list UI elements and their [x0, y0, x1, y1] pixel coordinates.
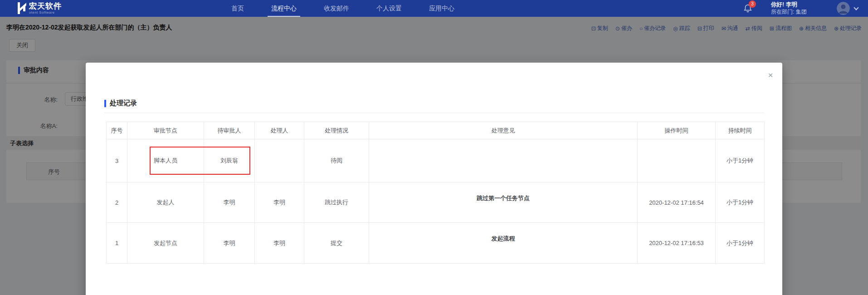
- table-header-row: 序号 审批节点 待审批人 处理人 处理情况 处理意见 操作时间 持续时间: [107, 122, 765, 139]
- cell-status: 提交: [304, 223, 369, 264]
- col-status: 处理情况: [304, 122, 369, 139]
- logo-title: 宏天软件: [29, 2, 62, 11]
- cell-status: 跳过执行: [304, 182, 369, 223]
- logo-subtitle: otent Software: [29, 11, 62, 15]
- cell-handler: [255, 139, 304, 182]
- col-node: 审批节点: [127, 122, 204, 139]
- process-record-table: 序号 审批节点 待审批人 处理人 处理情况 处理意见 操作时间 持续时间 3 脚…: [106, 122, 765, 264]
- highlight-annotation-box: [150, 147, 250, 175]
- cell-opinion: [369, 139, 638, 182]
- nav-item-home[interactable]: 首页: [226, 0, 249, 17]
- cell-status: 待阅: [304, 139, 369, 182]
- cell-seq: 3: [107, 139, 127, 182]
- col-opinion: 处理意见: [369, 122, 638, 139]
- user-department: 所在部门: 集团: [771, 8, 807, 16]
- col-seq: 序号: [107, 122, 127, 139]
- nav-item-mail[interactable]: 收发邮件: [318, 0, 355, 17]
- col-handler: 处理人: [255, 122, 304, 139]
- cell-duration: 小于1分钟: [716, 139, 765, 182]
- col-duration: 持续时间: [716, 122, 765, 139]
- table-row: 2 发起人 李明 李明 跳过执行 跳过第一个任务节点 2020-12-02 17…: [107, 182, 765, 223]
- nav-item-process-center[interactable]: 流程中心: [266, 0, 302, 17]
- modal-header: 处理记录: [104, 99, 137, 108]
- cell-duration: 小于1分钟: [716, 223, 765, 264]
- col-time: 操作时间: [638, 122, 716, 139]
- modal-title: 处理记录: [110, 99, 137, 108]
- cell-opinion: 跳过第一个任务节点: [369, 182, 638, 223]
- cell-duration: 小于1分钟: [716, 182, 765, 223]
- process-record-modal: × 处理记录 序号 审批节点 待审批人 处理人 处理情况 处理意见 操作时间 持…: [86, 63, 782, 295]
- cell-seq: 1: [107, 223, 127, 264]
- col-assignee: 待审批人: [204, 122, 255, 139]
- cell-time: 2020-12-02 17:16:53: [638, 223, 716, 264]
- nav-item-app-center[interactable]: 应用中心: [424, 0, 460, 17]
- cell-node: 发起人: [127, 182, 204, 223]
- chevron-down-icon[interactable]: [853, 5, 858, 10]
- cell-handler: 李明: [255, 182, 304, 223]
- modal-accent-bar: [104, 100, 106, 107]
- user-avatar[interactable]: [837, 2, 850, 15]
- hotent-logo-icon: [17, 2, 27, 15]
- user-info: 你好! 李明 所在部门: 集团: [771, 1, 807, 16]
- cell-handler: 李明: [255, 223, 304, 264]
- nav-item-personal-settings[interactable]: 个人设置: [371, 0, 407, 17]
- cell-node: 发起节点: [127, 223, 204, 264]
- user-greeting: 你好! 李明: [771, 1, 807, 8]
- modal-divider: [104, 113, 764, 113]
- cell-time: [638, 139, 716, 182]
- main-nav: 首页 流程中心 收发邮件 个人设置 应用中心: [226, 0, 476, 17]
- modal-close-icon[interactable]: ×: [765, 70, 776, 81]
- app-logo[interactable]: 宏天软件 otent Software: [17, 2, 62, 15]
- cell-opinion: 发起流程: [369, 223, 638, 264]
- cell-assignee: 李明: [204, 223, 255, 264]
- table-row: 1 发起节点 李明 李明 提交 发起流程 2020-12-02 17:16:53…: [107, 223, 765, 264]
- cell-seq: 2: [107, 182, 127, 223]
- cell-assignee: 李明: [204, 182, 255, 223]
- top-navbar: 宏天软件 otent Software 首页 流程中心 收发邮件 个人设置 应用…: [0, 0, 868, 17]
- notification-badge[interactable]: 3: [749, 0, 756, 8]
- cell-time: 2020-12-02 17:16:54: [638, 182, 716, 223]
